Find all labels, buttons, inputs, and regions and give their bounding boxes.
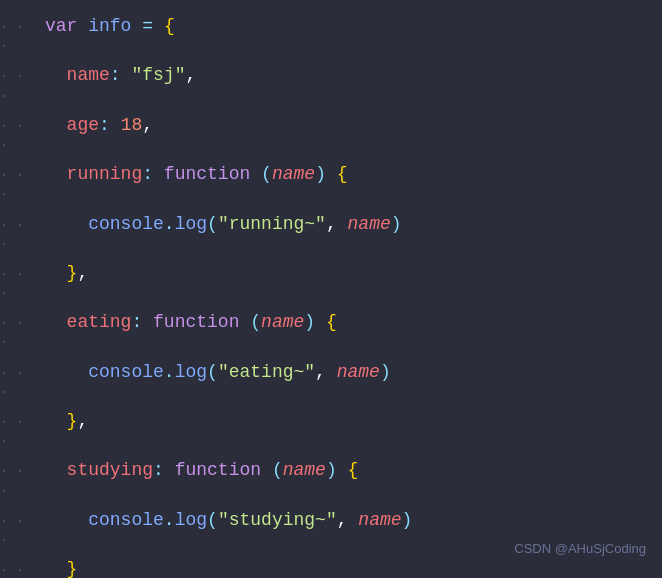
watermark-text: CSDN @AHuSjCoding	[514, 539, 646, 560]
line-content-10: studying: function (name) {	[45, 456, 662, 485]
code-line-5: · · · console.log("running~", name)	[0, 208, 662, 257]
code-line-6: · · · },	[0, 257, 662, 306]
line-content-11: console.log("studying~", name)	[45, 506, 662, 535]
gutter-10: · · ·	[0, 463, 45, 501]
gutter-2: · · ·	[0, 68, 45, 106]
gutter-5: · · ·	[0, 217, 45, 255]
dots-9: · · ·	[0, 414, 37, 452]
dots-3: · · ·	[0, 118, 37, 156]
dots-8: · · ·	[0, 365, 37, 403]
line-content-7: eating: function (name) {	[45, 308, 662, 337]
line-content-8: console.log("eating~", name)	[45, 358, 662, 387]
dots-11: · · ·	[0, 513, 37, 551]
code-line-10: · · · studying: function (name) {	[0, 454, 662, 503]
code-line-2: · · · name: "fsj",	[0, 59, 662, 108]
gutter-9: · · ·	[0, 414, 45, 452]
line-content-6: },	[45, 259, 662, 288]
line-content-3: age: 18,	[45, 111, 662, 140]
line-content-1: var info = {	[45, 12, 662, 41]
code-line-3: · · · age: 18,	[0, 109, 662, 158]
code-line-1: · · · var info = {	[0, 10, 662, 59]
gutter-1: · · ·	[0, 19, 45, 57]
gutter-4: · · ·	[0, 167, 45, 205]
dots-4: · · ·	[0, 167, 37, 205]
code-line-7: · · · eating: function (name) {	[0, 306, 662, 355]
dots-2: · · ·	[0, 68, 37, 106]
gutter-8: · · ·	[0, 365, 45, 403]
dots-10: · · ·	[0, 463, 37, 501]
dots-5: · · ·	[0, 217, 37, 255]
dots-12: · · ·	[0, 562, 37, 578]
code-line-8: · · · console.log("eating~", name)	[0, 356, 662, 405]
gutter-12: · · ·	[0, 562, 45, 578]
gutter-6: · · ·	[0, 266, 45, 304]
dots-6: · · ·	[0, 266, 37, 304]
code-line-4: · · · running: function (name) {	[0, 158, 662, 207]
gutter-7: · · ·	[0, 315, 45, 353]
line-content-4: running: function (name) {	[45, 160, 662, 189]
code-line-9: · · · },	[0, 405, 662, 454]
line-content-9: },	[45, 407, 662, 436]
line-content-2: name: "fsj",	[45, 61, 662, 90]
dots-1: · · ·	[0, 19, 37, 57]
line-content-5: console.log("running~", name)	[45, 210, 662, 239]
dots-7: · · ·	[0, 315, 37, 353]
code-editor: · · · var info = { · · · name: "fsj", · …	[0, 0, 662, 578]
gutter-3: · · ·	[0, 118, 45, 156]
gutter-11: · · ·	[0, 513, 45, 551]
